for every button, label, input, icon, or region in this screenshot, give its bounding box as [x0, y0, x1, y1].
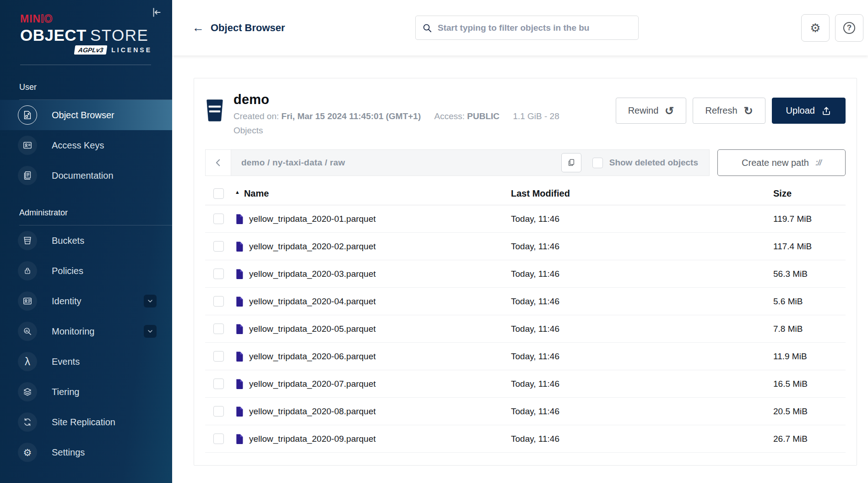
breadcrumb[interactable]: demo / ny-taxi-data / raw	[241, 158, 345, 168]
copy-path-button[interactable]	[561, 153, 581, 172]
row-checkbox[interactable]	[213, 434, 224, 444]
section-label-user: User	[0, 82, 172, 92]
access-keys-icon	[18, 136, 37, 155]
chevron-down-icon[interactable]	[144, 325, 157, 338]
parquet-file-icon	[235, 351, 244, 362]
navigate-back-path-button[interactable]	[205, 149, 231, 176]
show-deleted-label: Show deleted objects	[609, 158, 698, 168]
sidebar-item-monitoring[interactable]: Monitoring	[0, 316, 172, 346]
search-icon	[422, 23, 432, 33]
help-button[interactable]: ?	[835, 14, 863, 42]
table-body: yellow_tripdata_2020-01.parquet Today, 1…	[205, 205, 846, 453]
object-name[interactable]: yellow_tripdata_2020-08.parquet	[249, 406, 376, 417]
row-checkbox[interactable]	[213, 324, 224, 334]
row-checkbox[interactable]	[213, 269, 224, 279]
rewind-button[interactable]: Rewind ↺	[616, 98, 687, 124]
layers-icon	[18, 382, 37, 401]
bucket-name: demo	[233, 92, 570, 107]
object-store-title: OBJECTSTORE	[20, 26, 172, 44]
object-name[interactable]: yellow_tripdata_2020-06.parquet	[249, 351, 376, 362]
table-row[interactable]: yellow_tripdata_2020-03.parquet Today, 1…	[205, 260, 846, 288]
refresh-button[interactable]: Refresh ↻	[693, 98, 765, 124]
sidebar-item-object-browser[interactable]: Object Browser	[0, 100, 172, 130]
created-value: Fri, Mar 15 2024 11:45:01 (GMT+1)	[282, 111, 421, 121]
sidebar-item-documentation[interactable]: Documentation	[0, 160, 172, 191]
table-row[interactable]: yellow_tripdata_2020-08.parquet Today, 1…	[205, 398, 846, 425]
access-label: Access:	[434, 111, 465, 121]
object-size: 16.5 MiB	[773, 379, 846, 389]
parquet-file-icon	[235, 434, 244, 445]
object-name[interactable]: yellow_tripdata_2020-02.parquet	[249, 242, 376, 252]
parquet-file-icon	[235, 379, 244, 390]
upload-icon	[821, 106, 831, 116]
sidebar-item-identity[interactable]: Identity	[0, 286, 172, 316]
objects-table: ▲ Name Last Modified Size yellow_tripdat…	[205, 182, 846, 453]
table-header: ▲ Name Last Modified Size	[205, 182, 846, 205]
identity-card-icon	[18, 291, 37, 311]
help-icon: ?	[843, 22, 855, 34]
table-row[interactable]: yellow_tripdata_2020-05.parquet Today, 1…	[205, 315, 846, 343]
object-last-modified: Today, 11:46	[511, 214, 773, 224]
sidebar-item-tiering[interactable]: Tiering	[0, 377, 172, 407]
page-title: Object Browser	[211, 22, 285, 34]
parquet-file-icon	[235, 406, 244, 417]
sort-ascending-icon: ▲	[235, 189, 240, 195]
sidebar-item-buckets[interactable]: Buckets	[0, 225, 172, 256]
create-new-path-button[interactable]: Create new path ://	[717, 149, 846, 176]
table-row[interactable]: yellow_tripdata_2020-06.parquet Today, 1…	[205, 343, 846, 370]
parquet-file-icon	[235, 269, 244, 280]
gear-icon: ⚙	[810, 22, 820, 34]
settings-button[interactable]: ⚙	[801, 14, 830, 42]
object-name[interactable]: yellow_tripdata_2020-04.parquet	[249, 296, 376, 307]
sidebar-item-events[interactable]: λ Events	[0, 346, 172, 377]
path-bar: demo / ny-taxi-data / raw Show deleted o…	[205, 149, 846, 176]
chevron-down-icon[interactable]	[144, 295, 157, 307]
sidebar-item-site-replication[interactable]: Site Replication	[0, 407, 172, 437]
access-value: PUBLIC	[467, 111, 499, 121]
select-all-checkbox[interactable]	[213, 188, 224, 199]
back-arrow-icon[interactable]: ←	[192, 21, 204, 35]
object-name[interactable]: yellow_tripdata_2020-03.parquet	[249, 269, 376, 279]
show-deleted-checkbox[interactable]	[592, 158, 603, 168]
collapse-sidebar-icon[interactable]	[150, 6, 162, 20]
sidebar-item-label: Tiering	[52, 387, 79, 397]
sidebar-item-label: Buckets	[52, 236, 84, 246]
section-label-administrator: Administrator	[0, 208, 172, 218]
row-checkbox[interactable]	[213, 296, 224, 307]
copy-icon	[567, 158, 576, 167]
object-name[interactable]: yellow_tripdata_2020-07.parquet	[249, 379, 376, 389]
row-checkbox[interactable]	[213, 351, 224, 362]
search-input[interactable]	[438, 23, 632, 33]
app-root: MINIO OBJECTSTORE AGPLv3 LICENSE User Ob…	[0, 0, 868, 483]
object-name[interactable]: yellow_tripdata_2020-09.parquet	[249, 434, 376, 444]
sidebar-item-label: Monitoring	[52, 326, 94, 337]
sidebar-item-label: Settings	[52, 447, 85, 458]
row-checkbox[interactable]	[213, 406, 224, 417]
table-row[interactable]: yellow_tripdata_2020-02.parquet Today, 1…	[205, 233, 846, 260]
agpl-badge: AGPLv3	[74, 45, 107, 55]
table-row[interactable]: yellow_tripdata_2020-09.parquet Today, 1…	[205, 425, 846, 453]
created-label: Created on:	[233, 111, 279, 121]
column-header-last-modified: Last Modified	[511, 188, 773, 199]
object-name[interactable]: yellow_tripdata_2020-05.parquet	[249, 324, 376, 334]
table-row[interactable]: yellow_tripdata_2020-07.parquet Today, 1…	[205, 370, 846, 398]
chevron-left-icon	[213, 157, 223, 169]
minio-wordmark: MINIO	[20, 13, 172, 25]
sidebar-item-settings[interactable]: ⚙ Settings	[0, 437, 172, 467]
monitoring-icon	[18, 322, 37, 341]
object-last-modified: Today, 11:46	[511, 351, 773, 362]
sidebar-item-policies[interactable]: Policies	[0, 256, 172, 286]
table-row[interactable]: yellow_tripdata_2020-04.parquet Today, 1…	[205, 288, 846, 315]
column-header-size: Size	[773, 188, 846, 199]
upload-button[interactable]: Upload	[772, 98, 846, 124]
column-header-name[interactable]: ▲ Name	[235, 188, 511, 199]
row-checkbox[interactable]	[213, 241, 224, 252]
object-size: 11.9 MiB	[773, 351, 846, 362]
row-checkbox[interactable]	[213, 214, 224, 224]
object-size: 20.5 MiB	[773, 406, 846, 417]
sidebar-item-access-keys[interactable]: Access Keys	[0, 130, 172, 160]
object-name[interactable]: yellow_tripdata_2020-01.parquet	[249, 214, 376, 224]
table-row[interactable]: yellow_tripdata_2020-01.parquet Today, 1…	[205, 205, 846, 233]
parquet-file-icon	[235, 241, 244, 252]
row-checkbox[interactable]	[213, 379, 224, 389]
